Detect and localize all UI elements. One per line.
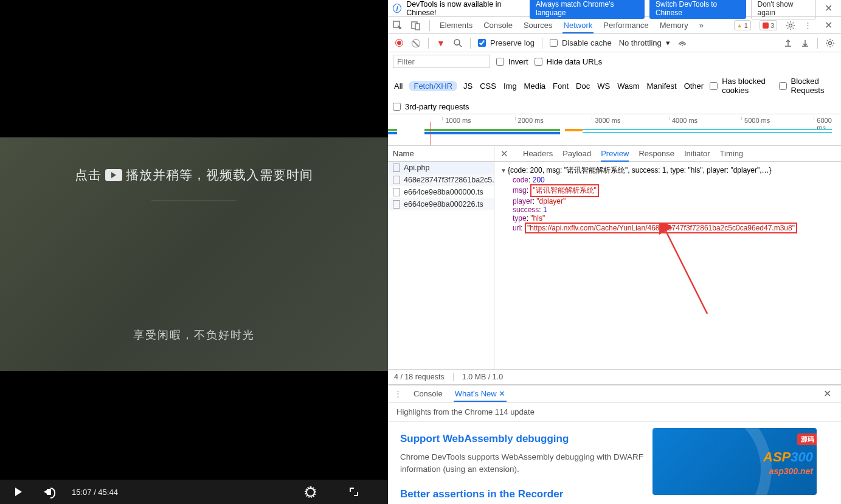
tab-preview[interactable]: Preview — [601, 147, 629, 162]
fullscreen-icon — [350, 488, 358, 496]
filter-font[interactable]: Font — [552, 81, 570, 91]
tab-sources[interactable]: Sources — [522, 18, 554, 33]
gear-icon — [306, 488, 315, 497]
checkbox[interactable] — [478, 39, 486, 47]
drawer-tab-console[interactable]: Console — [412, 386, 444, 401]
close-detail-button[interactable]: ✕ — [500, 148, 508, 159]
drawer-menu-button[interactable]: ⋮ — [394, 389, 403, 398]
tab-console[interactable]: Console — [482, 18, 514, 33]
blocked-cookies-checkbox[interactable]: Has blocked cookies — [710, 77, 774, 95]
errors-badge[interactable]: 3 — [760, 20, 777, 30]
filter-ws[interactable]: WS — [596, 81, 611, 91]
play-button[interactable] — [11, 485, 26, 499]
warnings-badge[interactable]: 1 — [734, 20, 751, 30]
filter-media[interactable]: Media — [523, 81, 547, 91]
switch-to-chinese-button[interactable]: Switch DevTools to Chinese — [649, 0, 746, 19]
file-icon — [393, 164, 400, 172]
drawer-tab-whats-new[interactable]: What's New ✕ — [454, 386, 507, 402]
always-match-language-button[interactable]: Always match Chrome's language — [530, 0, 645, 19]
tab-timing[interactable]: Timing — [720, 147, 744, 161]
tab-elements[interactable]: Elements — [438, 18, 474, 33]
dont-show-again-button[interactable]: Don't show again — [751, 0, 816, 19]
request-row[interactable]: e664ce9e8ba000000.ts — [388, 186, 494, 198]
request-name: 468e28747f3f72861ba2c5... — [404, 176, 494, 184]
filter-js[interactable]: JS — [462, 81, 474, 91]
settings-button[interactable] — [303, 485, 317, 499]
export-har-button[interactable] — [800, 38, 810, 48]
request-name: e664ce9e8ba000226.ts — [404, 200, 483, 209]
filter-other[interactable]: Other — [683, 81, 705, 91]
tab-performance[interactable]: Performance — [602, 18, 649, 33]
more-options-button[interactable]: ⋮ — [804, 21, 812, 30]
fullscreen-button[interactable] — [347, 485, 361, 499]
device-toolbar-icon[interactable] — [411, 21, 421, 30]
json-root[interactable]: ▼{code: 200, msg: "诺讯智能解析系统", success: 1… — [500, 165, 835, 176]
filter-fetch-xhr[interactable]: Fetch/XHR — [409, 81, 457, 91]
divider — [453, 373, 454, 381]
clear-button[interactable] — [411, 38, 421, 48]
network-conditions-icon[interactable] — [677, 38, 687, 48]
close-devtools-button[interactable]: ✕ — [821, 19, 836, 31]
label: Preserve log — [490, 38, 535, 47]
invert-checkbox[interactable]: Invert — [496, 57, 528, 66]
tab-initiator[interactable]: Initiator — [684, 147, 710, 161]
banner-subtitle: 享受闲暇，不负好时光 — [133, 328, 255, 342]
status-requests: 4 / 18 requests — [394, 373, 445, 381]
filter-img[interactable]: Img — [502, 81, 518, 91]
tab-payload[interactable]: Payload — [562, 147, 591, 161]
filter-doc[interactable]: Doc — [575, 81, 591, 91]
filter-manifest[interactable]: Manifest — [645, 81, 677, 91]
tab-headers[interactable]: Headers — [523, 147, 553, 161]
whats-new-graphic: 源码 ASP300 asp300.net — [652, 428, 817, 495]
preview-content[interactable]: ▼{code: 200, msg: "诺讯智能解析系统", success: 1… — [494, 162, 841, 369]
detail-tabs: ✕ Headers Payload Preview Response Initi… — [494, 146, 841, 162]
record-button[interactable] — [394, 38, 404, 48]
drawer: ⋮ Console What's New ✕ ✕ Highlights from… — [388, 384, 841, 504]
volume-button[interactable] — [41, 485, 56, 499]
request-row[interactable]: 468e28747f3f72861ba2c5... — [388, 174, 494, 186]
filter-all[interactable]: All — [393, 81, 404, 91]
video-loading-banner: 点击 播放并稍等，视频载入需要时间 享受闲暇，不负好时光 — [0, 137, 388, 371]
json-field: msg: "诺讯智能解析系统" — [513, 184, 835, 197]
checkbox[interactable] — [535, 58, 542, 66]
divider — [429, 20, 430, 31]
request-row[interactable]: Api.php — [388, 162, 494, 174]
filter-toggle-button[interactable]: ▼ — [436, 38, 446, 48]
network-settings-icon[interactable] — [825, 38, 835, 48]
close-drawer-button[interactable]: ✕ — [820, 388, 835, 399]
checkbox[interactable] — [710, 82, 718, 90]
disable-cache-checkbox[interactable]: Disable cache — [550, 38, 612, 47]
tab-memory[interactable]: Memory — [659, 18, 690, 33]
request-name: Api.php — [404, 164, 429, 172]
checkbox[interactable] — [779, 82, 787, 90]
throttling-select[interactable]: No throttling ▾ — [619, 38, 670, 47]
checkbox[interactable] — [496, 58, 504, 66]
checkbox[interactable] — [550, 39, 558, 47]
close-infobar-button[interactable]: ✕ — [821, 2, 836, 14]
import-har-button[interactable] — [783, 38, 793, 48]
filter-css[interactable]: CSS — [479, 81, 497, 91]
blocked-requests-checkbox[interactable]: Blocked Requests — [779, 77, 836, 95]
tab-network[interactable]: Network — [562, 18, 594, 33]
tab-response[interactable]: Response — [639, 147, 674, 161]
filter-wasm[interactable]: Wasm — [616, 81, 640, 91]
devtools-tabs: Elements Console Sources Network Perform… — [388, 17, 841, 34]
network-toolbar: ▼ Preserve log Disable cache No throttli… — [388, 34, 841, 52]
third-party-checkbox[interactable]: 3rd-party requests — [393, 102, 836, 111]
search-button[interactable] — [453, 38, 463, 48]
url-highlighted: "https://api.nxflv.com/Cache/YunLian/468… — [527, 224, 795, 232]
video-controls: 15:07 / 45:44 — [0, 480, 388, 504]
more-tabs-button[interactable]: » — [698, 18, 705, 33]
video-area[interactable]: 点击 播放并稍等，视频载入需要时间 享受闲暇，不负好时光 — [0, 0, 388, 480]
checkbox[interactable] — [393, 103, 401, 111]
settings-icon[interactable] — [786, 21, 795, 30]
network-timeline[interactable]: 1000 ms 2000 ms 3000 ms 4000 ms 5000 ms … — [388, 114, 841, 146]
filter-input[interactable] — [393, 55, 490, 68]
column-header-name[interactable]: Name — [388, 146, 494, 162]
logo-url: asp300.net — [769, 466, 813, 476]
inspect-element-icon[interactable] — [393, 21, 403, 30]
request-row[interactable]: e664ce9e8ba000226.ts — [388, 198, 494, 210]
hide-data-urls-checkbox[interactable]: Hide data URLs — [535, 57, 603, 66]
preserve-log-checkbox[interactable]: Preserve log — [478, 38, 535, 47]
whats-new-content[interactable]: Support WebAssembly debugging Chrome Dev… — [388, 422, 841, 504]
